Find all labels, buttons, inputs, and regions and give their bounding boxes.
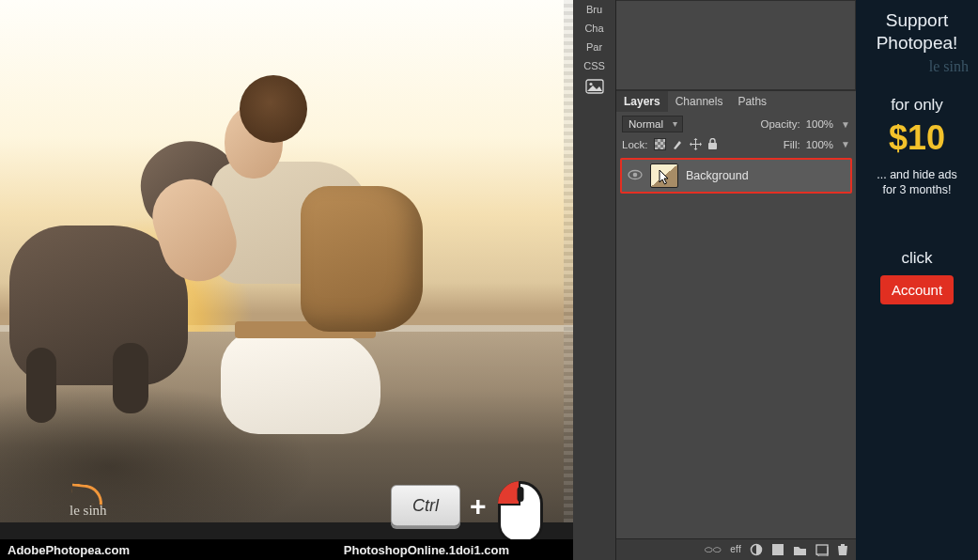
account-button[interactable]: Account <box>880 275 954 304</box>
delete-layer-icon[interactable] <box>837 543 848 556</box>
layers-panel: Layers Channels Paths Normal Opacity: 10… <box>616 90 856 560</box>
panel-main: Layers Channels Paths Normal Opacity: 10… <box>616 0 856 560</box>
layer-toolbar: ⬭⬭ eff <box>616 538 856 560</box>
tab-paths[interactable]: Paths <box>730 91 774 112</box>
blend-row: Normal Opacity: 100% ▼ <box>616 112 856 136</box>
link-layers-icon[interactable]: ⬭⬭ <box>705 545 722 554</box>
image-icon[interactable] <box>585 79 604 94</box>
lock-row: Lock: Fill: 100% ▼ <box>616 136 856 156</box>
footer-bar: AdobePhotopea.com PhotoshopOnline.1doi1.… <box>0 539 573 560</box>
add-mask-icon[interactable] <box>750 543 763 556</box>
upper-empty-panel <box>616 0 856 90</box>
app-root: le sinh Ctrl + AdobePhotopea.com Photosh… <box>0 0 978 560</box>
ad-title: SupportPhotopea! <box>877 9 958 54</box>
lock-transparency-icon[interactable] <box>654 138 666 150</box>
collapsed-panel-tabs: Bru Cha Par CSS <box>573 0 616 560</box>
document-image: le sinh <box>0 0 573 560</box>
adjustment-layer-icon[interactable] <box>771 543 784 556</box>
right-column: Bru Cha Par CSS Layers Channels Paths No… <box>573 0 978 560</box>
svg-rect-2 <box>708 143 717 149</box>
brush-lock-icon[interactable] <box>672 138 684 150</box>
layers-tabs: Layers Channels Paths <box>616 91 856 112</box>
footer-right: PhotoshopOnline.1doi1.com <box>344 543 509 557</box>
layer-list: Background <box>616 156 856 538</box>
tab-layers[interactable]: Layers <box>616 91 668 112</box>
ad-for-only: for only <box>891 96 943 115</box>
layer-thumbnail[interactable] <box>650 163 678 188</box>
panel-tab-paragraph[interactable]: Par <box>573 38 615 56</box>
opacity-dropdown-icon[interactable]: ▼ <box>841 119 850 130</box>
watermark-text: le sinh <box>70 503 107 519</box>
blend-mode-select[interactable]: Normal <box>622 116 683 132</box>
opacity-label: Opacity: <box>760 118 799 130</box>
pointer-cursor-icon <box>657 170 672 187</box>
footer-left: AdobePhotopea.com <box>8 543 130 557</box>
new-layer-icon[interactable] <box>815 544 829 556</box>
canvas-edge-ruler <box>564 0 573 522</box>
ad-logo: le sinh <box>929 58 969 75</box>
ctrl-key-hint: Ctrl <box>391 485 460 526</box>
panel-tab-character[interactable]: Cha <box>573 19 615 38</box>
fill-label: Fill: <box>784 139 800 150</box>
left-click-icon <box>498 481 543 543</box>
ad-sidebar: SupportPhotopea! le sinh for only $10 ..… <box>856 0 978 560</box>
panel-tab-brush[interactable]: Bru <box>573 0 615 19</box>
group-layers-icon[interactable] <box>793 544 807 556</box>
ad-click-label: click <box>901 249 932 268</box>
opacity-value[interactable]: 100% <box>806 118 833 130</box>
panel-tab-css[interactable]: CSS <box>573 56 615 75</box>
ad-subtext: ... and hide adsfor 3 months! <box>877 167 956 199</box>
lock-label: Lock: <box>622 139 648 150</box>
layer-row-background[interactable]: Background <box>620 158 852 194</box>
fill-value[interactable]: 100% <box>806 139 833 150</box>
layer-name-label[interactable]: Background <box>686 169 749 182</box>
tab-channels[interactable]: Channels <box>668 91 731 112</box>
svg-point-4 <box>633 173 638 178</box>
visibility-eye-icon[interactable] <box>628 168 643 183</box>
svg-rect-6 <box>772 544 784 555</box>
svg-rect-7 <box>816 545 828 554</box>
lock-all-icon[interactable] <box>707 138 718 150</box>
canvas-area[interactable]: le sinh Ctrl + AdobePhotopea.com Photosh… <box>0 0 573 560</box>
svg-point-1 <box>589 83 592 86</box>
ad-price: $10 <box>889 118 945 158</box>
move-lock-icon[interactable] <box>690 138 702 150</box>
plus-hint: + <box>470 490 487 522</box>
fill-dropdown-icon[interactable]: ▼ <box>841 139 850 149</box>
layer-effects-icon[interactable]: eff <box>730 545 741 554</box>
